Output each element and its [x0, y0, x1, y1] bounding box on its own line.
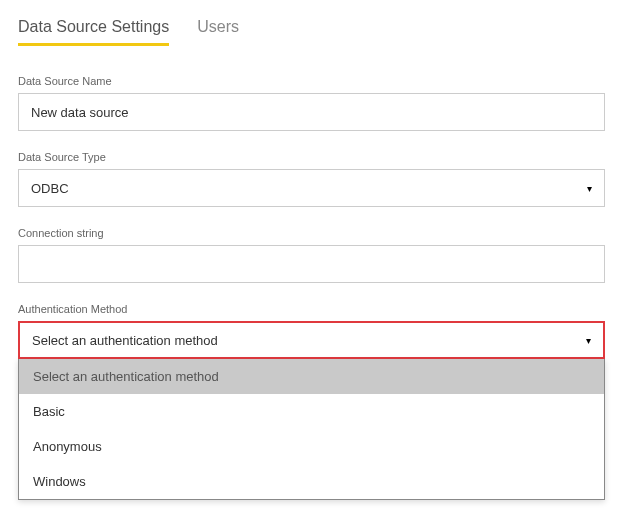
field-data-source-type: Data Source Type ODBC ▾ — [18, 151, 605, 207]
label-authentication-method: Authentication Method — [18, 303, 605, 315]
label-data-source-name: Data Source Name — [18, 75, 605, 87]
dropdown-authentication-method: Select an authentication method Basic An… — [18, 359, 605, 500]
select-data-source-type[interactable]: ODBC ▾ — [18, 169, 605, 207]
label-data-source-type: Data Source Type — [18, 151, 605, 163]
select-authentication-method[interactable]: Select an authentication method ▾ — [18, 321, 605, 359]
chevron-down-icon: ▾ — [587, 183, 592, 194]
dropdown-option-basic[interactable]: Basic — [19, 394, 604, 429]
select-data-source-type-value: ODBC — [31, 181, 69, 196]
dropdown-option-placeholder[interactable]: Select an authentication method — [19, 359, 604, 394]
tab-users[interactable]: Users — [197, 12, 239, 46]
tab-data-source-settings[interactable]: Data Source Settings — [18, 12, 169, 46]
field-data-source-name: Data Source Name — [18, 75, 605, 131]
tab-bar: Data Source Settings Users — [18, 12, 605, 47]
input-connection-string[interactable] — [18, 245, 605, 283]
label-connection-string: Connection string — [18, 227, 605, 239]
field-connection-string: Connection string — [18, 227, 605, 283]
input-data-source-name[interactable] — [18, 93, 605, 131]
dropdown-option-anonymous[interactable]: Anonymous — [19, 429, 604, 464]
chevron-down-icon: ▾ — [586, 335, 591, 346]
field-authentication-method: Authentication Method Select an authenti… — [18, 303, 605, 500]
dropdown-option-windows[interactable]: Windows — [19, 464, 604, 499]
select-authentication-method-value: Select an authentication method — [32, 333, 218, 348]
